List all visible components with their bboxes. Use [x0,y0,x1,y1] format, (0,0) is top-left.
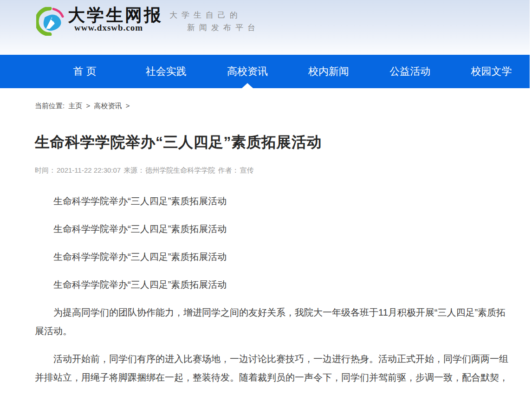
article-paragraph: 为提高同学们的团队协作能力，增进同学之间的友好关系，我院大一年级各班于11月积极… [35,303,513,340]
tagline-line1: 大学生自己的 [169,10,260,20]
meta-author-value: 宣传 [240,166,254,174]
nav-item-public-welfare[interactable]: 公益活动 [370,55,451,88]
main-content: 当前位置: 主页 > 高校资讯 > 生命科学学院举办“三人四足”素质拓展活动 时… [0,102,532,387]
nav-item-home[interactable]: 首 页 [44,55,125,88]
nav-item-label: 首 页 [73,65,97,78]
article-paragraph: 生命科学学院举办“三人四足”素质拓展活动 [35,192,513,210]
nav-item-label: 社会实践 [146,65,187,78]
article-body: 生命科学学院举办“三人四足”素质拓展活动 生命科学学院举办“三人四足”素质拓展活… [35,192,513,387]
site-tagline: 大学生自己的 新闻发布平台 [169,10,260,33]
nav-item-campus-literature[interactable]: 校园文学 [451,55,532,88]
site-title: 大学生网报 [68,6,163,25]
active-tab-arrow [242,83,253,88]
breadcrumb-link-home[interactable]: 主页 [68,102,82,110]
meta-time-label: 时间： [35,166,56,174]
main-navigation: 首 页 社会实践 高校资讯 校内新闻 公益活动 校园文学 [0,55,532,88]
site-logo-icon [36,7,65,36]
meta-author-label: 作者： [218,166,239,174]
breadcrumb-separator: > [126,102,130,110]
nav-item-label: 高校资讯 [227,65,268,78]
article-paragraph: 生命科学学院举办“三人四足”素质拓展活动 [35,220,513,238]
article-meta: 时间：2021-11-22 22:30:07 来源：德州学院生命科学学院 作者：… [35,166,532,175]
page-right-edge [530,0,532,395]
article-paragraph: 生命科学学院举办“三人四足”素质拓展活动 [35,247,513,266]
meta-time-value: 2021-11-22 22:30:07 [57,166,121,174]
breadcrumb: 当前位置: 主页 > 高校资讯 > [35,102,532,110]
article-paragraph: 生命科学学院举办“三人四足”素质拓展活动 [35,275,513,294]
nav-item-label: 公益活动 [389,65,430,78]
meta-source-label: 来源： [123,166,144,174]
breadcrumb-prefix: 当前位置: [35,102,65,110]
nav-item-college-news[interactable]: 高校资讯 [207,55,288,88]
article-title: 生命科学学院举办“三人四足”素质拓展活动 [35,132,532,153]
tagline-line2: 新闻发布平台 [187,22,260,33]
site-header: 大学生网报 www.dxswb.com 大学生自己的 新闻发布平台 [0,0,532,55]
nav-item-social-practice[interactable]: 社会实践 [125,55,207,88]
breadcrumb-separator: > [86,102,91,110]
breadcrumb-link-section[interactable]: 高校资讯 [94,102,122,110]
nav-item-label: 校园文学 [471,65,512,78]
logo-text-block: 大学生网报 www.dxswb.com [68,6,163,33]
article-paragraph: 活动开始前，同学们有序的进入比赛场地，一边讨论比赛技巧，一边进行热身。活动正式开… [35,350,513,387]
meta-source-value: 德州学院生命科学学院 [145,166,215,174]
nav-item-campus-news[interactable]: 校内新闻 [288,55,370,88]
nav-item-label: 校内新闻 [308,65,349,78]
